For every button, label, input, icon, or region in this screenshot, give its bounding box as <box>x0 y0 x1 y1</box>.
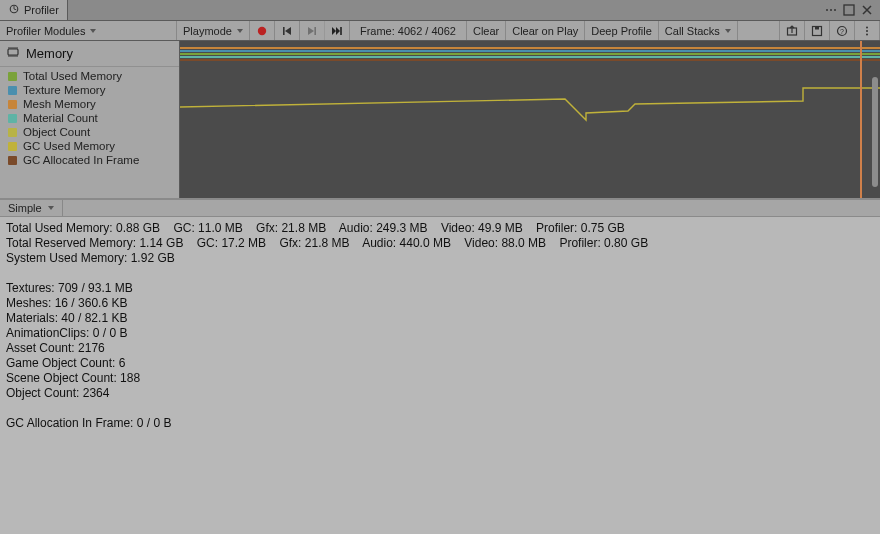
svg-point-2 <box>830 9 832 11</box>
tab-spacer <box>68 0 818 20</box>
legend-item[interactable]: Total Used Memory <box>0 69 179 83</box>
profiler-icon <box>8 3 20 17</box>
call-stacks-dropdown[interactable]: Call Stacks <box>659 21 738 40</box>
swatch <box>8 128 17 137</box>
legend: Total Used Memory Texture Memory Mesh Me… <box>0 67 179 169</box>
memory-line-plot <box>180 41 880 198</box>
svg-rect-8 <box>340 27 342 35</box>
memory-module-sidebar[interactable]: Memory Total Used Memory Texture Memory … <box>0 41 180 198</box>
window-tab-bar: Profiler <box>0 0 880 21</box>
prev-frame-button[interactable] <box>275 21 300 40</box>
profiler-graph-area: Memory Total Used Memory Texture Memory … <box>0 41 880 198</box>
frame-label: Frame: 4062 / 4062 <box>350 21 467 40</box>
svg-rect-4 <box>844 5 854 15</box>
svg-text:?: ? <box>840 27 844 34</box>
maximize-icon[interactable] <box>842 3 856 17</box>
legend-item[interactable]: GC Allocated In Frame <box>0 153 179 167</box>
legend-item[interactable]: Object Count <box>0 125 179 139</box>
swatch <box>8 142 17 151</box>
clear-on-play-button[interactable]: Clear on Play <box>506 21 585 40</box>
profiler-tab[interactable]: Profiler <box>0 0 68 20</box>
memory-module-header[interactable]: Memory <box>0 41 179 67</box>
svg-point-16 <box>866 33 868 35</box>
record-button[interactable] <box>250 21 275 40</box>
swatch <box>8 86 17 95</box>
legend-item[interactable]: Texture Memory <box>0 83 179 97</box>
legend-label: Texture Memory <box>23 84 105 96</box>
next-frame-button[interactable] <box>300 21 325 40</box>
legend-label: Object Count <box>23 126 90 138</box>
svg-rect-17 <box>8 49 18 55</box>
svg-point-5 <box>258 26 266 34</box>
frame-cursor[interactable] <box>860 41 862 198</box>
graph-scrollbar[interactable] <box>872 77 878 187</box>
svg-rect-6 <box>283 27 285 35</box>
legend-item[interactable]: GC Used Memory <box>0 139 179 153</box>
legend-label: Material Count <box>23 112 98 124</box>
swatch <box>8 156 17 165</box>
save-button[interactable] <box>805 21 830 40</box>
detail-view-dropdown[interactable]: Simple <box>0 200 63 216</box>
playmode-dropdown[interactable]: Playmode <box>177 21 250 40</box>
legend-label: Total Used Memory <box>23 70 122 82</box>
svg-point-1 <box>826 9 828 11</box>
svg-rect-11 <box>815 26 819 29</box>
legend-label: GC Allocated In Frame <box>23 154 139 166</box>
legend-label: GC Used Memory <box>23 140 115 152</box>
module-title: Memory <box>26 46 73 61</box>
window-menu-icon[interactable] <box>824 3 838 17</box>
swatch <box>8 114 17 123</box>
deep-profile-button[interactable]: Deep Profile <box>585 21 659 40</box>
svg-point-15 <box>866 30 868 32</box>
swatch <box>8 72 17 81</box>
legend-item[interactable]: Mesh Memory <box>0 97 179 111</box>
tab-title: Profiler <box>24 4 59 16</box>
current-frame-button[interactable] <box>325 21 350 40</box>
clear-button[interactable]: Clear <box>467 21 506 40</box>
legend-item[interactable]: Material Count <box>0 111 179 125</box>
detail-mode-bar: Simple <box>0 198 880 217</box>
load-button[interactable] <box>780 21 805 40</box>
help-button[interactable]: ? <box>830 21 855 40</box>
close-icon[interactable] <box>860 3 874 17</box>
svg-point-14 <box>866 26 868 28</box>
memory-icon <box>6 45 20 62</box>
swatch <box>8 100 17 109</box>
svg-rect-7 <box>314 27 316 35</box>
profiler-modules-dropdown[interactable]: Profiler Modules <box>0 21 177 40</box>
toolbar: Profiler Modules Playmode Frame: 4062 / … <box>0 21 880 41</box>
memory-details: Total Used Memory: 0.88 GB GC: 11.0 MB G… <box>0 217 880 534</box>
legend-label: Mesh Memory <box>23 98 96 110</box>
svg-point-3 <box>834 9 836 11</box>
context-menu-button[interactable] <box>855 21 880 40</box>
memory-graph[interactable] <box>180 41 880 198</box>
